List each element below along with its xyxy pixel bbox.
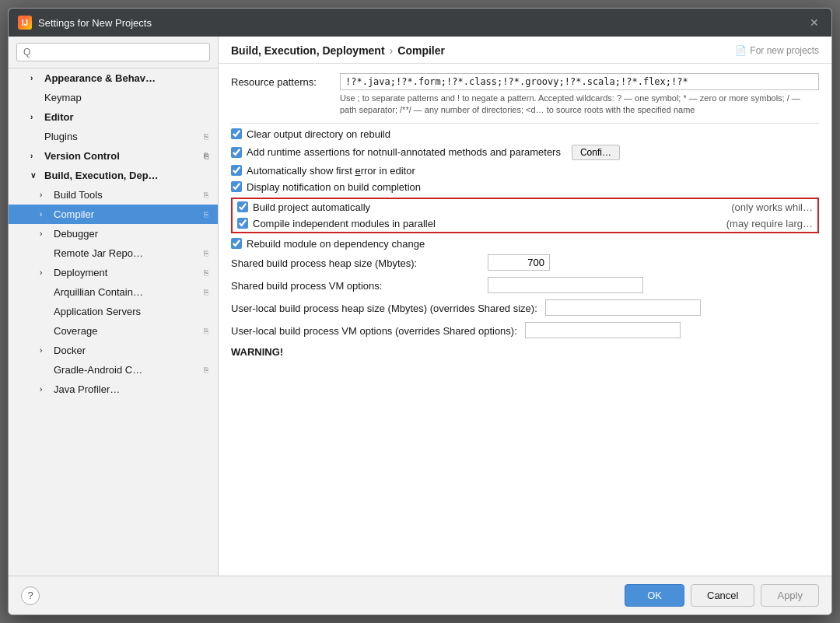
- sidebar-item-label: Arquillian Contain…: [54, 286, 143, 298]
- parallel-label: Compile independent modules in parallel: [253, 218, 436, 229]
- add-runtime-checkbox[interactable]: [231, 147, 242, 158]
- panel-body: Resource patterns: Use ; to separate pat…: [219, 64, 831, 576]
- resource-patterns-input[interactable]: [340, 73, 819, 90]
- build-auto-label: Build project automatically: [253, 201, 370, 213]
- highlighted-group: Build project automatically (only works …: [231, 198, 819, 233]
- sidebar-item-debugger[interactable]: › Debugger: [9, 224, 218, 243]
- sidebar-item-label: Appearance & Behav…: [44, 72, 156, 84]
- chevron-icon: ›: [40, 191, 49, 199]
- sidebar-item-editor[interactable]: › Editor: [9, 107, 218, 127]
- title-bar: IJ Settings for New Projects ✕: [9, 9, 831, 37]
- vm-options-label: Shared build process VM options:: [231, 278, 480, 292]
- sidebar-item-label: Gradle-Android C…: [54, 364, 142, 376]
- copy-icon: ⎘: [204, 132, 208, 141]
- sidebar-item-java-profiler[interactable]: › Java Profiler…: [9, 380, 218, 399]
- copy-icon: ⎘: [204, 249, 208, 257]
- checkbox-show-error: Automatically show first error in editor: [231, 165, 819, 177]
- sidebar-item-remote-jar-repo[interactable]: Remote Jar Repo… ⎘: [9, 243, 218, 263]
- user-vm-input[interactable]: [525, 322, 681, 338]
- checkbox-clear-output: Clear output directory on rebuild: [231, 128, 819, 140]
- dialog-title: Settings for New Projects: [38, 17, 152, 29]
- settings-dialog: IJ Settings for New Projects ✕ › Appeara…: [8, 8, 832, 615]
- user-vm-row: User-local build process VM options (ove…: [231, 322, 819, 338]
- breadcrumb-separator: ›: [390, 44, 394, 57]
- sidebar-item-deployment[interactable]: › Deployment ⎘: [9, 263, 218, 282]
- clear-output-checkbox[interactable]: [231, 128, 242, 139]
- sidebar-item-label: Java Profiler…: [54, 383, 120, 395]
- warning-text: WARNING!: [231, 346, 283, 358]
- help-button[interactable]: ?: [21, 586, 40, 605]
- copy-icon: ⎘: [204, 210, 208, 219]
- display-notification-label: Display notification on build completion: [247, 181, 421, 193]
- footer-right: OK Cancel Apply: [625, 584, 819, 607]
- rebuild-module-checkbox[interactable]: [231, 238, 242, 249]
- sidebar-item-label: Build, Execution, Dep…: [44, 170, 159, 181]
- apply-button[interactable]: Apply: [761, 584, 819, 607]
- sidebar-item-keymap[interactable]: Keymap: [9, 88, 218, 107]
- configure-button[interactable]: Confi…: [572, 145, 620, 160]
- ok-button[interactable]: OK: [625, 584, 684, 607]
- sidebar-item-plugins[interactable]: Plugins ⎘: [9, 127, 218, 146]
- main-panel: Build, Execution, Deployment › Compiler …: [219, 37, 831, 576]
- title-bar-left: IJ Settings for New Projects: [18, 16, 152, 30]
- display-notification-checkbox[interactable]: [231, 181, 242, 192]
- breadcrumb-path: Build, Execution, Deployment: [231, 44, 385, 57]
- sidebar-item-version-control[interactable]: › Version Control ⎘: [9, 146, 218, 166]
- build-auto-row: Build project automatically (only works …: [253, 201, 813, 213]
- sidebar-item-label: Remote Jar Repo…: [54, 247, 143, 259]
- copy-icon: ⎘: [204, 366, 208, 374]
- parallel-checkbox[interactable]: [237, 218, 248, 229]
- chevron-icon: ›: [40, 385, 49, 394]
- chevron-icon: ∨: [30, 171, 40, 180]
- breadcrumb-note: 📄 For new projects: [735, 45, 819, 56]
- copy-icon: ⎘: [204, 191, 208, 199]
- search-input[interactable]: [16, 43, 210, 61]
- sidebar-item-build-tools[interactable]: › Build Tools ⎘: [9, 185, 218, 205]
- user-heap-input[interactable]: [545, 299, 701, 316]
- footer: ? OK Cancel Apply: [9, 576, 831, 614]
- note-icon: 📄: [735, 45, 747, 56]
- build-auto-checkbox[interactable]: [237, 201, 248, 212]
- chevron-icon: ›: [40, 229, 49, 238]
- sidebar-item-app-servers[interactable]: Application Servers: [9, 302, 218, 321]
- checkbox-add-runtime: Add runtime assertions for notnull-annot…: [231, 145, 819, 160]
- breadcrumb-section: Compiler: [397, 44, 445, 57]
- sidebar-item-label: Debugger: [54, 228, 98, 240]
- sidebar-item-label: Editor: [44, 111, 74, 123]
- sidebar-item-label: Docker: [54, 345, 86, 356]
- add-runtime-label: Add runtime assertions for notnull-annot…: [247, 146, 561, 158]
- sidebar-item-coverage[interactable]: Coverage ⎘: [9, 321, 218, 341]
- show-error-checkbox[interactable]: [231, 165, 242, 176]
- sidebar-item-label: Compiler: [54, 208, 94, 220]
- breadcrumb: Build, Execution, Deployment › Compiler …: [231, 44, 819, 57]
- sidebar-item-compiler[interactable]: › Compiler ⎘: [9, 205, 218, 224]
- cancel-button[interactable]: Cancel: [691, 584, 754, 607]
- chevron-icon: ›: [40, 268, 49, 277]
- sidebar-item-gradle-android[interactable]: Gradle-Android C… ⎘: [9, 360, 218, 380]
- sidebar-item-arquillian[interactable]: Arquillian Contain… ⎘: [9, 282, 218, 302]
- user-vm-label: User-local build process VM options (ove…: [231, 324, 517, 337]
- app-icon: IJ: [18, 16, 32, 30]
- sidebar-item-docker[interactable]: › Docker: [9, 341, 218, 360]
- copy-icon: ⎘: [204, 152, 208, 160]
- heap-size-input[interactable]: [488, 254, 550, 271]
- chevron-icon: ›: [30, 152, 40, 160]
- rebuild-module-label: Rebuild module on dependency change: [247, 238, 425, 250]
- show-error-label: Automatically show first error in editor: [247, 165, 415, 177]
- footer-left: ?: [21, 586, 40, 605]
- sidebar-item-label: Application Servers: [54, 306, 141, 317]
- panel-header: Build, Execution, Deployment › Compiler …: [219, 37, 831, 64]
- resource-patterns-row: Resource patterns: Use ; to separate pat…: [231, 73, 819, 117]
- parallel-hint: (may require larg…: [726, 218, 813, 229]
- resource-patterns-content: Use ; to separate patterns and ! to nega…: [340, 73, 819, 117]
- checkbox-rebuild-module: Rebuild module on dependency change: [231, 238, 819, 250]
- sidebar-item-build-execution[interactable]: ∨ Build, Execution, Dep…: [9, 166, 218, 185]
- vm-options-input[interactable]: [488, 277, 643, 293]
- user-heap-label: User-local build process heap size (Mbyt…: [231, 301, 537, 314]
- user-heap-row: User-local build process heap size (Mbyt…: [231, 299, 819, 316]
- close-button[interactable]: ✕: [807, 15, 822, 30]
- resource-patterns-label: Resource patterns:: [231, 73, 332, 88]
- sidebar-item-appearance[interactable]: › Appearance & Behav…: [9, 68, 218, 88]
- copy-icon: ⎘: [204, 327, 208, 335]
- heap-size-label: Shared build process heap size (Mbytes):: [231, 256, 480, 269]
